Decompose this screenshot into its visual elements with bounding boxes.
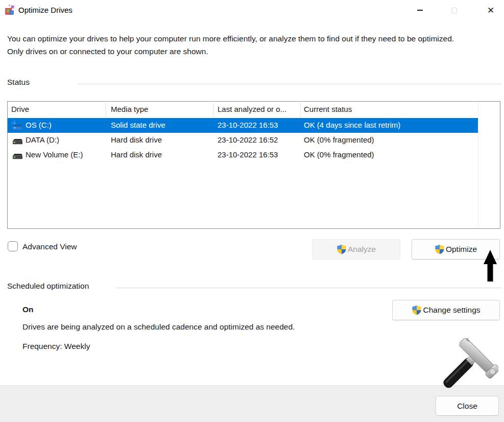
optimize-button-label: Optimize (446, 245, 477, 254)
last-analyzed: 23-10-2022 16:53 (218, 150, 278, 159)
column-separator (478, 102, 478, 228)
scheduled-divider (116, 288, 501, 288)
uac-shield-icon (435, 244, 445, 254)
scheduled-optimization-label: Scheduled optimization (7, 282, 89, 291)
window-title: Optimize Drives (18, 6, 73, 14)
maximize-button (442, 0, 466, 20)
analyze-button: Analyze (312, 239, 400, 260)
column-header-media-type[interactable]: Media type (111, 105, 148, 113)
os-drive-icon (11, 120, 23, 131)
table-row[interactable]: New Volume (E:) Hard disk drive 23-10-20… (8, 148, 478, 162)
defrag-app-icon (5, 4, 16, 15)
current-status: OK (0% fragmented) (304, 150, 374, 159)
last-analyzed: 23-10-2022 16:52 (218, 135, 278, 144)
schedule-state: On (22, 305, 34, 314)
status-divider (78, 84, 501, 84)
last-analyzed: 23-10-2022 16:53 (218, 121, 278, 129)
column-separator[interactable] (300, 103, 301, 117)
drive-name: DATA (D:) (26, 135, 59, 144)
hdd-icon (11, 135, 23, 146)
maximize-icon (451, 8, 457, 13)
schedule-frequency: Frequency: Weekly (22, 342, 90, 351)
close-window-button[interactable]: ✕ (479, 0, 502, 20)
drive-list: Drive Media type Last analyzed or o... C… (7, 101, 500, 229)
close-button-label: Close (457, 402, 477, 411)
advanced-view-label: Advanced View (22, 242, 77, 251)
intro-text: You can optimize your drives to help you… (7, 32, 469, 58)
drive-list-header: Drive Media type Last analyzed or o... C… (8, 102, 500, 118)
media-type: Hard disk drive (111, 135, 162, 144)
drive-name: OS (C:) (26, 121, 52, 129)
uac-shield-icon (412, 305, 422, 315)
change-settings-button-label: Change settings (423, 306, 480, 315)
column-header-drive[interactable]: Drive (11, 105, 29, 113)
title-bar: Optimize Drives ✕ (0, 0, 504, 20)
up-arrow-cursor (483, 250, 497, 283)
hammer-image (433, 338, 498, 395)
table-row[interactable]: DATA (D:) Hard disk drive 23-10-2022 16:… (8, 133, 478, 148)
schedule-description: Drives are being analyzed on a scheduled… (22, 322, 295, 332)
table-row[interactable]: OS (C:) Solid state drive 23-10-2022 16:… (8, 118, 478, 133)
uac-shield-icon (337, 244, 347, 254)
close-button[interactable]: Close (436, 396, 499, 416)
change-settings-button[interactable]: Change settings (392, 300, 500, 320)
minimize-icon (417, 10, 423, 11)
column-header-last-analyzed[interactable]: Last analyzed or o... (218, 105, 286, 113)
status-section-label: Status (7, 78, 30, 87)
column-header-current-status[interactable]: Current status (304, 105, 352, 113)
column-separator[interactable] (106, 103, 106, 117)
column-separator[interactable] (213, 103, 213, 117)
analyze-button-label: Analyze (348, 245, 376, 254)
drive-name: New Volume (E:) (26, 150, 83, 159)
minimize-button[interactable] (408, 0, 431, 20)
current-status: OK (0% fragmented) (304, 135, 374, 144)
media-type: Hard disk drive (111, 150, 162, 159)
close-icon: ✕ (487, 5, 494, 16)
advanced-view-checkbox[interactable] (8, 241, 18, 251)
media-type: Solid state drive (111, 121, 165, 129)
footer-bar (0, 385, 504, 422)
current-status: OK (4 days since last retrim) (304, 121, 400, 129)
hdd-icon (11, 150, 23, 160)
